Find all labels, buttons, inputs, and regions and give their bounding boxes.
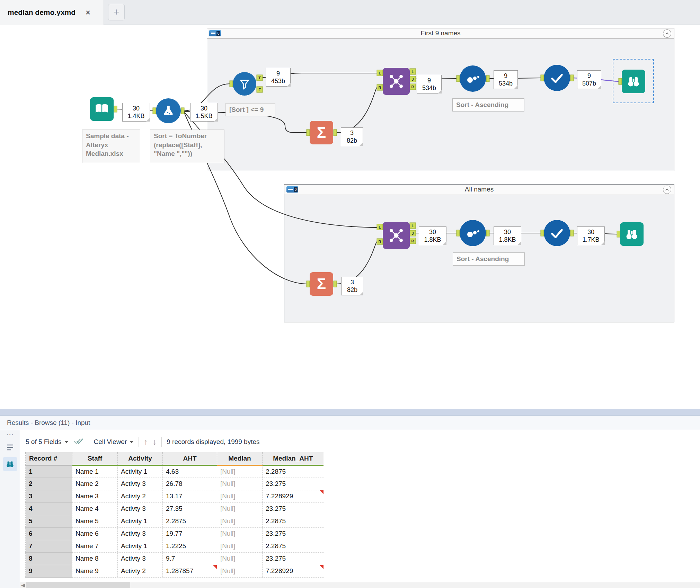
- table-cell[interactable]: Activity 1: [118, 515, 163, 527]
- table-cell[interactable]: [Null]: [217, 515, 263, 527]
- tab-workflow[interactable]: medlan demo.yxmd ✕: [0, 0, 104, 25]
- container-header[interactable]: 0 First 9 names: [207, 28, 674, 39]
- table-cell[interactable]: Name 4: [72, 502, 118, 515]
- table-cell[interactable]: 23.275: [263, 527, 324, 540]
- browse-view-icon[interactable]: [3, 457, 17, 471]
- container-header[interactable]: 0 All names: [284, 185, 674, 195]
- column-header-record[interactable]: Record #: [26, 452, 72, 465]
- cell-viewer-dropdown[interactable]: Cell Viewer: [94, 438, 134, 446]
- record-number-cell[interactable]: 3: [26, 490, 72, 502]
- table-cell[interactable]: 19.77: [163, 527, 217, 540]
- table-cell[interactable]: [Null]: [217, 465, 263, 478]
- column-header-median-aht[interactable]: Median_AHT: [263, 452, 324, 465]
- record-number-cell[interactable]: 4: [26, 502, 72, 515]
- table-cell[interactable]: Name 3: [72, 490, 118, 502]
- table-cell[interactable]: Name 5: [72, 515, 118, 527]
- workflow-canvas[interactable]: 0 First 9 names 0 All names: [0, 25, 700, 409]
- table-cell[interactable]: Name 1: [72, 465, 118, 478]
- table-cell[interactable]: 23.275: [263, 478, 324, 490]
- table-cell[interactable]: Activty 3: [118, 552, 163, 565]
- table-cell[interactable]: [Null]: [217, 565, 263, 577]
- table-cell[interactable]: Name 7: [72, 540, 118, 552]
- table-cell[interactable]: 27.35: [163, 502, 217, 515]
- input-data-tool[interactable]: [90, 97, 114, 121]
- scrollbar-thumb[interactable]: [26, 582, 130, 588]
- move-down-icon[interactable]: ↓: [153, 437, 157, 447]
- table-cell[interactable]: [Null]: [217, 552, 263, 565]
- record-number-cell[interactable]: 5: [26, 515, 72, 527]
- table-cell[interactable]: 23.275: [263, 502, 324, 515]
- table-cell[interactable]: 13.17: [163, 490, 217, 502]
- toolbar-separator: [139, 437, 139, 447]
- unique-tool[interactable]: [544, 220, 570, 246]
- table-cell[interactable]: 2.2875: [263, 515, 324, 527]
- flask-icon: [160, 103, 176, 119]
- table-cell[interactable]: 26.78: [163, 478, 217, 490]
- apply-checks-icon[interactable]: [73, 437, 84, 447]
- sort-tool[interactable]: [460, 220, 486, 246]
- column-header-aht[interactable]: AHT: [163, 452, 217, 465]
- column-header-staff[interactable]: Staff: [72, 452, 118, 465]
- table-cell[interactable]: [Null]: [217, 540, 263, 552]
- column-header-activity[interactable]: Activity: [118, 452, 163, 465]
- table-cell[interactable]: 4.63: [163, 465, 217, 478]
- horizontal-scrollbar[interactable]: ◀: [20, 582, 700, 588]
- summarize-tool[interactable]: Σ: [310, 121, 333, 144]
- join-tool[interactable]: [383, 68, 410, 95]
- table-cell[interactable]: 1.287857: [163, 565, 217, 577]
- table-cell[interactable]: 2.2875: [263, 540, 324, 552]
- new-tab-button[interactable]: +: [108, 4, 125, 20]
- table-cell[interactable]: Activty 3: [118, 478, 163, 490]
- table-cell[interactable]: Activty 2: [118, 565, 163, 577]
- table-cell[interactable]: 2.2875: [263, 465, 324, 478]
- drag-handle-icon[interactable]: ⋯: [6, 431, 14, 438]
- table-cell[interactable]: 2.2875: [163, 515, 217, 527]
- collapse-container-button[interactable]: [663, 186, 671, 194]
- close-tab-icon[interactable]: ✕: [85, 9, 91, 17]
- table-cell[interactable]: 7.228929: [263, 490, 324, 502]
- record-number-cell[interactable]: 1: [26, 465, 72, 478]
- column-header-median[interactable]: Median: [217, 452, 263, 465]
- tab-bar: medlan demo.yxmd ✕ +: [0, 0, 700, 25]
- table-cell[interactable]: Name 2: [72, 478, 118, 490]
- browse-tool[interactable]: [622, 70, 645, 93]
- sort-tool[interactable]: [460, 65, 486, 92]
- table-cell[interactable]: 9.7: [163, 552, 217, 565]
- table-cell[interactable]: Name 6: [72, 527, 118, 540]
- checkmark-icon: [549, 225, 565, 241]
- table-cell[interactable]: [Null]: [217, 490, 263, 502]
- scroll-left-icon[interactable]: ◀: [20, 582, 26, 588]
- move-up-icon[interactable]: ↑: [144, 437, 148, 447]
- table-cell[interactable]: Activity 1: [118, 465, 163, 478]
- fields-dropdown[interactable]: 5 of 5 Fields: [26, 438, 69, 446]
- table-cell[interactable]: [Null]: [217, 527, 263, 540]
- metadata-view-icon[interactable]: [3, 440, 17, 454]
- table-cell[interactable]: 23.275: [263, 552, 324, 565]
- table-cell[interactable]: Name 8: [72, 552, 118, 565]
- sigma-glyph: Σ: [317, 276, 326, 292]
- table-cell[interactable]: [Null]: [217, 478, 263, 490]
- unique-tool[interactable]: [544, 65, 570, 91]
- join-tool[interactable]: [383, 222, 410, 249]
- record-number-cell[interactable]: 7: [26, 540, 72, 552]
- record-number-cell[interactable]: 2: [26, 478, 72, 490]
- filter-tool[interactable]: [233, 72, 256, 96]
- record-number-cell[interactable]: 6: [26, 527, 72, 540]
- table-cell[interactable]: Activity 1: [118, 540, 163, 552]
- table-cell[interactable]: 1.2225: [163, 540, 217, 552]
- table-cell[interactable]: Activty 3: [118, 502, 163, 515]
- tool-annotation-input: Sample data - Alteryx Median.xlsx: [82, 130, 140, 163]
- formula-tool[interactable]: [156, 98, 181, 123]
- record-number-cell[interactable]: 8: [26, 552, 72, 565]
- record-number-cell[interactable]: 9: [26, 565, 72, 577]
- table-cell[interactable]: Name 9: [72, 565, 118, 577]
- table-cell[interactable]: [Null]: [217, 502, 263, 515]
- summarize-tool[interactable]: Σ: [310, 272, 333, 296]
- browse-tool[interactable]: [620, 222, 644, 246]
- list-icon: [6, 443, 15, 452]
- count-records: 30: [504, 228, 511, 236]
- table-cell[interactable]: Activty 2: [118, 490, 163, 502]
- table-cell[interactable]: Activty 3: [118, 527, 163, 540]
- collapse-container-button[interactable]: [663, 29, 671, 38]
- table-cell[interactable]: 7.228929: [263, 565, 324, 577]
